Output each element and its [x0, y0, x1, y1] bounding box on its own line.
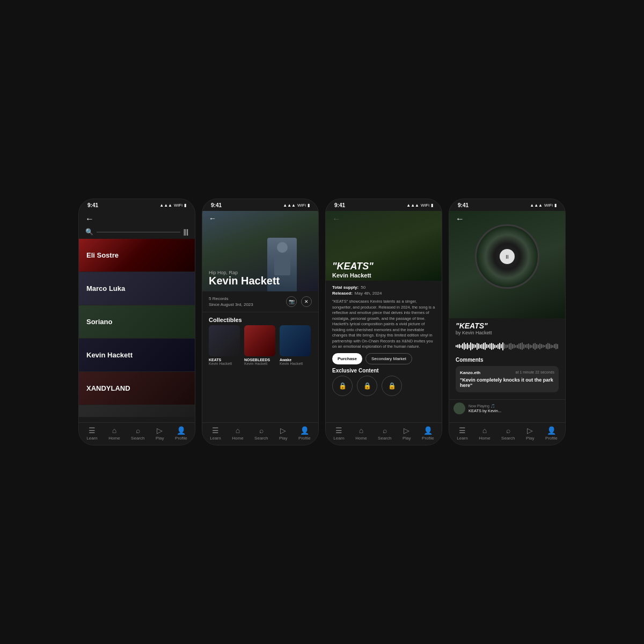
artist-item-soriano[interactable]: Soriano [79, 305, 195, 339]
nav-play-2[interactable]: ▷ Play [279, 426, 288, 441]
artist-item-marco-luka[interactable]: Marco Luka [79, 272, 195, 305]
p3-supply-row: Total supply: 50 [332, 285, 435, 290]
status-icons-1: ▲▲▲ WiFi ▮ [159, 203, 186, 208]
nav-search-4[interactable]: ⌕ Search [501, 426, 515, 441]
p2-collectibles-list: KEATS Kevin Hackett NOSEBLEEDS Kevin Hac… [202, 325, 318, 370]
status-icons-2: ▲▲▲ WiFi ▮ [283, 203, 310, 208]
collectible-keats-image [209, 325, 240, 356]
back-button-2[interactable]: ← [209, 214, 216, 223]
learn-icon-3: ☰ [335, 426, 342, 435]
nav-profile-3[interactable]: 👤 Profile [422, 426, 434, 441]
nav-home-2[interactable]: ⌂ Home [232, 426, 243, 441]
p4-comment-time: at 1 minute 22 seconds [516, 370, 554, 374]
artist-profile-screen: ← Hip Hop, Rap Kevin Hackett 5 Records S… [202, 211, 318, 417]
learn-label-1: Learn [86, 436, 97, 441]
p3-released-row: Released: May 4th, 2024 [332, 291, 435, 296]
p2-since-label: Since August 3rd, 2023 [209, 302, 253, 308]
lock-3[interactable]: 🔒 [382, 376, 402, 396]
signal-icon-2: ▲▲▲ [283, 203, 296, 208]
p4-comments-title: Comments [456, 357, 559, 363]
p2-hero-image: ← Hip Hop, Rap Kevin Hackett [202, 211, 318, 291]
wifi-icon: WiFi [174, 203, 182, 208]
phones-container: 9:41 ▲▲▲ WiFi ▮ ← 🔍 ||| Eli Sostre [78, 199, 566, 445]
twitter-x-button[interactable]: ✕ [301, 296, 312, 307]
np-track: KEATS by Kevin... [469, 408, 561, 413]
p4-track-artist: by Kevin Hackett [456, 330, 559, 335]
waveform-display[interactable] [456, 339, 559, 354]
lock-1[interactable]: 🔒 [332, 376, 353, 396]
vinyl-record: ⏸ [475, 224, 539, 289]
nav-learn-1[interactable]: ☰ Learn [86, 426, 97, 441]
p1-header: ← [79, 211, 195, 226]
p4-body: "KEATS" by Kevin Hackett Comments Kanzo.… [449, 318, 565, 399]
now-playing-mini-bar[interactable]: Now Playing 🎵 KEATS by Kevin... [449, 399, 565, 417]
nav-home-1[interactable]: ⌂ Home [108, 426, 120, 441]
collectible-awake[interactable]: Awake Kevin Hackett [280, 325, 311, 365]
p4-comment-user: Kanzo.eth [460, 370, 480, 375]
signal-icon-4: ▲▲▲ [530, 203, 543, 208]
p2-records-count: 5 Records Since August 3rd, 2023 [209, 296, 253, 308]
battery-icon: ▮ [184, 203, 186, 208]
p3-track-artist: Kevin Hackett [332, 272, 371, 279]
nav-home-3[interactable]: ⌂ Home [355, 426, 367, 441]
phone-4-now-playing: 9:41 ▲▲▲ WiFi ▮ ← ⏸ [449, 199, 566, 445]
np-label: Now Playing 🎵 [469, 404, 561, 408]
profile-icon-4: 👤 [547, 426, 556, 435]
artist-item-xandyland[interactable]: XANDYLAND [79, 372, 195, 405]
artist-name-xandy: XANDYLAND [79, 384, 130, 392]
play-label-4: Play [526, 436, 535, 441]
p3-track-title: "KEATS" [332, 261, 374, 272]
p2-info-row: 5 Records Since August 3rd, 2023 📷 ✕ [202, 291, 318, 312]
artist-item-eli-sostre[interactable]: Eli Sostre [79, 239, 195, 272]
nav-play-1[interactable]: ▷ Play [156, 426, 164, 441]
nav-home-4[interactable]: ⌂ Home [479, 426, 490, 441]
nav-learn-4[interactable]: ☰ Learn [457, 426, 467, 441]
collectible-keats-artist: Kevin Hackett [209, 362, 240, 365]
purchase-button[interactable]: Purchase [332, 353, 362, 364]
search-label-1: Search [131, 436, 144, 441]
p2-collectibles-title: Collectibles [202, 312, 318, 325]
phone-3-track-detail: 9:41 ▲▲▲ WiFi ▮ ← "KEATS" Kevin Hackett [325, 199, 442, 445]
play-label-3: Play [402, 436, 411, 441]
status-bar-1: 9:41 ▲▲▲ WiFi ▮ [79, 199, 195, 210]
nav-learn-2[interactable]: ☰ Learn [210, 426, 221, 441]
vinyl-pause-button[interactable]: ⏸ [500, 249, 515, 264]
p2-artist-name: Kevin Hackett [209, 275, 280, 287]
collectible-keats[interactable]: KEATS Kevin Hackett [209, 325, 240, 365]
wifi-icon-2: WiFi [297, 203, 306, 208]
status-time-1: 9:41 [87, 202, 98, 208]
nav-play-3[interactable]: ▷ Play [402, 426, 411, 441]
instagram-button[interactable]: 📷 [286, 296, 297, 307]
play-icon-3: ▷ [404, 426, 409, 435]
artist-item-adrian-stresow[interactable]: Adrian Stresow [79, 405, 195, 417]
status-time-4: 9:41 [458, 202, 469, 208]
bottom-nav-3: ☰ Learn ⌂ Home ⌕ Search ▷ Play 👤 Profile [326, 422, 442, 445]
learn-icon-4: ☰ [459, 426, 466, 435]
back-button-4[interactable]: ← [449, 211, 565, 227]
learn-icon-1: ☰ [89, 426, 96, 435]
home-icon-2: ⌂ [236, 426, 240, 435]
nav-learn-3[interactable]: ☰ Learn [333, 426, 344, 441]
nav-search-1[interactable]: ⌕ Search [131, 426, 144, 441]
bottom-nav-1: ☰ Learn ⌂ Home ⌕ Search ▷ Play 👤 Profile [79, 422, 195, 445]
nav-profile-4[interactable]: 👤 Profile [545, 426, 558, 441]
battery-icon-4: ▮ [554, 203, 557, 208]
filter-icon: ||| [184, 228, 188, 236]
wifi-icon-3: WiFi [421, 203, 429, 208]
p4-hero-image: ← ⏸ [449, 211, 565, 318]
nav-profile-2[interactable]: 👤 Profile [298, 426, 311, 441]
nav-search-2[interactable]: ⌕ Search [254, 426, 268, 441]
collectible-awake-title: Awake [280, 358, 311, 362]
artist-item-kevin-hackett[interactable]: Kevin Hackett [79, 339, 195, 372]
secondary-market-button[interactable]: Secondary Market [365, 353, 412, 364]
nav-play-4[interactable]: ▷ Play [526, 426, 535, 441]
collectible-nosebleeds[interactable]: NOSEBLEEDS Kevin Hackett [244, 325, 275, 365]
nav-search-3[interactable]: ⌕ Search [378, 426, 391, 441]
battery-icon-3: ▮ [431, 203, 433, 208]
p1-search-bar[interactable]: 🔍 ||| [79, 226, 195, 239]
back-button-1[interactable]: ← [85, 214, 94, 224]
phone-1-artist-list: 9:41 ▲▲▲ WiFi ▮ ← 🔍 ||| Eli Sostre [78, 199, 195, 445]
lock-2[interactable]: 🔒 [357, 376, 377, 396]
collectible-keats-title: KEATS [209, 358, 240, 362]
nav-profile-1[interactable]: 👤 Profile [175, 426, 187, 441]
